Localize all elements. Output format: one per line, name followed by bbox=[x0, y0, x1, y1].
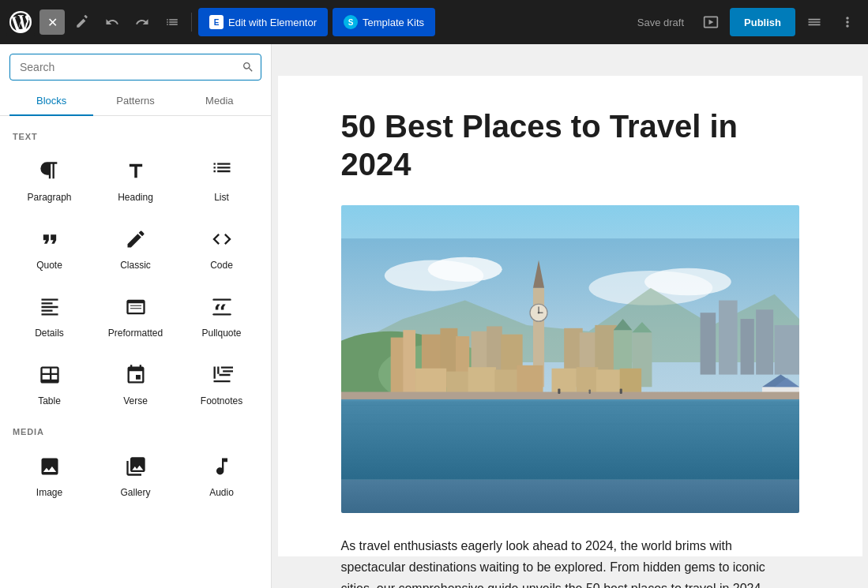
svg-point-7 bbox=[644, 268, 731, 295]
heading-icon bbox=[122, 157, 150, 185]
redo-button[interactable] bbox=[130, 9, 155, 35]
undo-button[interactable] bbox=[100, 9, 125, 35]
top-bar: ✕ E Edit with Elementor S Template Kits … bbox=[0, 0, 868, 44]
preformatted-label: Preformatted bbox=[108, 328, 163, 339]
svg-point-5 bbox=[427, 257, 502, 282]
list-view-button[interactable] bbox=[160, 9, 185, 35]
search-icon-button[interactable] bbox=[242, 61, 254, 73]
details-icon bbox=[36, 293, 64, 321]
text-blocks-grid: Paragraph Heading List bbox=[0, 146, 271, 418]
audio-icon bbox=[208, 452, 236, 481]
block-preformatted[interactable]: Preformatted bbox=[92, 282, 178, 350]
pen-tool-button[interactable] bbox=[70, 9, 95, 35]
sidebar-tabs: Blocks Patterns Media bbox=[0, 87, 271, 116]
image-label: Image bbox=[36, 487, 62, 498]
paragraph-icon bbox=[36, 157, 64, 185]
classic-label: Classic bbox=[120, 260, 151, 271]
publish-button[interactable]: Publish bbox=[730, 8, 795, 36]
gallery-icon bbox=[122, 452, 150, 481]
block-audio[interactable]: Audio bbox=[178, 441, 265, 509]
footnotes-icon bbox=[208, 361, 236, 389]
block-verse[interactable]: Verse bbox=[92, 350, 178, 418]
code-icon bbox=[208, 225, 236, 253]
svg-rect-10 bbox=[719, 301, 738, 375]
audio-label: Audio bbox=[209, 487, 234, 498]
block-details[interactable]: Details bbox=[6, 282, 92, 350]
code-label: Code bbox=[210, 260, 233, 271]
sidebar: Blocks Patterns Media TEXT Paragraph bbox=[0, 44, 272, 588]
more-options-button[interactable] bbox=[833, 8, 862, 36]
block-gallery[interactable]: Gallery bbox=[92, 441, 178, 509]
verse-label: Verse bbox=[123, 395, 148, 406]
block-image[interactable]: Image bbox=[6, 441, 92, 509]
quote-icon bbox=[36, 225, 64, 253]
edit-elementor-button[interactable]: E Edit with Elementor bbox=[198, 8, 328, 36]
svg-rect-2 bbox=[212, 313, 231, 315]
settings-button[interactable] bbox=[800, 8, 829, 36]
preformatted-icon bbox=[122, 293, 150, 321]
table-icon bbox=[36, 361, 64, 389]
block-paragraph[interactable]: Paragraph bbox=[6, 146, 92, 214]
svg-rect-13 bbox=[774, 325, 798, 375]
block-quote[interactable]: Quote bbox=[6, 214, 92, 282]
block-code[interactable]: Code bbox=[178, 214, 265, 282]
block-heading[interactable]: Heading bbox=[92, 146, 178, 214]
main-layout: Blocks Patterns Media TEXT Paragraph bbox=[0, 44, 868, 588]
list-label: List bbox=[214, 192, 229, 203]
block-classic[interactable]: Classic bbox=[92, 214, 178, 282]
block-list[interactable]: List bbox=[178, 146, 265, 214]
tab-blocks[interactable]: Blocks bbox=[9, 87, 93, 116]
gallery-label: Gallery bbox=[120, 487, 150, 498]
edit-elementor-label: Edit with Elementor bbox=[228, 17, 317, 28]
post-title[interactable]: 50 Best Places to Travel in 2024 bbox=[341, 107, 799, 183]
search-input-wrap bbox=[9, 54, 261, 81]
paragraph-label: Paragraph bbox=[27, 192, 71, 203]
pullquote-icon bbox=[208, 293, 236, 321]
close-button[interactable]: ✕ bbox=[39, 9, 65, 35]
heading-label: Heading bbox=[118, 192, 153, 203]
tab-media[interactable]: Media bbox=[178, 87, 261, 116]
quote-label: Quote bbox=[36, 260, 62, 271]
search-input[interactable] bbox=[10, 54, 261, 80]
verse-icon bbox=[122, 361, 150, 389]
svg-rect-23 bbox=[403, 330, 415, 393]
svg-rect-1 bbox=[212, 299, 231, 301]
svg-rect-49 bbox=[341, 396, 799, 480]
footnotes-label: Footnotes bbox=[201, 395, 242, 406]
svg-rect-54 bbox=[341, 392, 799, 399]
media-blocks-grid: Image Gallery Audio bbox=[0, 441, 271, 509]
block-pullquote[interactable]: Pullquote bbox=[178, 282, 265, 350]
list-icon bbox=[208, 157, 236, 185]
pullquote-label: Pullquote bbox=[201, 328, 241, 339]
svg-rect-56 bbox=[588, 389, 590, 393]
template-kits-label: Template Kits bbox=[363, 17, 424, 28]
post-featured-image[interactable] bbox=[341, 205, 799, 513]
preview-button[interactable] bbox=[697, 8, 725, 36]
svg-rect-11 bbox=[740, 319, 753, 375]
post-body: As travel enthusiasts eagerly look ahead… bbox=[341, 535, 799, 588]
search-bar bbox=[0, 44, 271, 87]
template-kits-button[interactable]: S Template Kits bbox=[333, 8, 435, 36]
tab-patterns[interactable]: Patterns bbox=[93, 87, 177, 116]
text-section-label: TEXT bbox=[0, 122, 271, 146]
svg-rect-9 bbox=[700, 313, 716, 374]
svg-rect-12 bbox=[756, 309, 773, 374]
save-draft-button[interactable]: Save draft bbox=[629, 12, 692, 33]
template-kits-icon: S bbox=[344, 15, 358, 29]
blocks-content: TEXT Paragraph Heading bbox=[0, 116, 271, 588]
wp-logo[interactable] bbox=[6, 8, 35, 36]
classic-icon bbox=[122, 225, 150, 253]
post-container: 50 Best Places to Travel in 2024 bbox=[278, 76, 862, 556]
table-label: Table bbox=[38, 395, 61, 406]
svg-rect-57 bbox=[619, 389, 622, 394]
search-icon bbox=[242, 61, 254, 73]
details-label: Details bbox=[35, 328, 64, 339]
block-footnotes[interactable]: Footnotes bbox=[178, 350, 265, 418]
media-section-label: MEDIA bbox=[0, 418, 271, 441]
content-area: 50 Best Places to Travel in 2024 bbox=[272, 44, 868, 588]
image-icon bbox=[36, 452, 64, 481]
elementor-icon: E bbox=[209, 15, 224, 29]
divider bbox=[191, 13, 192, 32]
block-table[interactable]: Table bbox=[6, 350, 92, 418]
svg-rect-55 bbox=[558, 389, 560, 394]
